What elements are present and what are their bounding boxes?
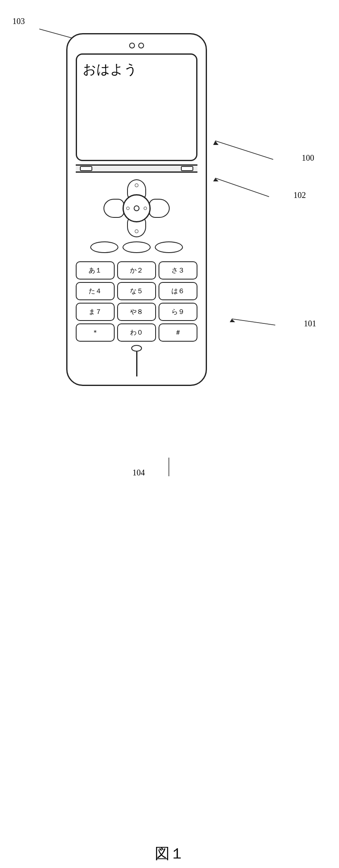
dpad-dot-left — [126, 207, 130, 210]
svg-line-3 — [215, 178, 269, 197]
dpad-left-button[interactable] — [103, 199, 124, 218]
softkey-row — [90, 241, 183, 253]
key-ka2[interactable]: か２ — [117, 261, 156, 280]
keypad-grid: あ１ か２ さ３ た４ な５ は６ ま７ や８ ら９ ＊ わ０ ＃ — [76, 261, 197, 342]
key-na5[interactable]: な５ — [117, 282, 156, 300]
hinge-right — [181, 166, 193, 171]
key-a1[interactable]: あ１ — [76, 261, 115, 280]
softkey-right[interactable] — [155, 241, 183, 253]
svg-marker-6 — [230, 319, 235, 322]
screen-text: おはよう — [83, 60, 190, 79]
label-103: 103 — [12, 17, 25, 26]
dpad-center-button[interactable] — [123, 194, 151, 222]
figure-caption: 図１ — [155, 844, 185, 864]
phone-top-bar — [76, 43, 197, 48]
softkey-left[interactable] — [90, 241, 118, 253]
key-star[interactable]: ＊ — [76, 323, 115, 342]
bottom-connector — [131, 345, 142, 352]
page-container: 103 100 102 101 104 おはよう — [0, 12, 339, 868]
connector-line — [136, 352, 137, 376]
softkey-center[interactable] — [123, 241, 151, 253]
hinge-left — [80, 166, 92, 171]
dpad-right-button[interactable] — [149, 199, 170, 218]
phone-hinge — [76, 164, 197, 173]
speaker-dot-left — [129, 43, 135, 48]
label-101: 101 — [304, 319, 316, 328]
label-100: 100 — [302, 153, 314, 163]
dpad-bottom-dot — [135, 229, 139, 233]
key-wa0[interactable]: わ０ — [117, 323, 156, 342]
key-ta4[interactable]: た４ — [76, 282, 115, 300]
label-104: 104 — [132, 468, 145, 477]
label-102: 102 — [293, 190, 306, 200]
key-ra9[interactable]: ら９ — [159, 303, 197, 321]
key-ha6[interactable]: は６ — [159, 282, 197, 300]
key-hash[interactable]: ＃ — [159, 323, 197, 342]
phone-body: おはよう — [66, 33, 207, 386]
dpad-dot-right — [144, 207, 147, 210]
phone-bottom — [131, 345, 142, 376]
dpad-top-dot — [135, 183, 139, 187]
svg-line-5 — [232, 319, 275, 325]
svg-marker-2 — [213, 141, 219, 145]
svg-line-1 — [215, 141, 273, 159]
dpad-center-inner — [134, 205, 139, 211]
phone-screen: おはよう — [76, 53, 197, 161]
key-ma7[interactable]: ま７ — [76, 303, 115, 321]
speaker-dot-right — [138, 43, 144, 48]
dpad-container — [103, 179, 170, 237]
svg-marker-4 — [213, 178, 219, 181]
key-sa3[interactable]: さ３ — [159, 261, 197, 280]
nav-area — [76, 179, 197, 256]
key-ya8[interactable]: や８ — [117, 303, 156, 321]
